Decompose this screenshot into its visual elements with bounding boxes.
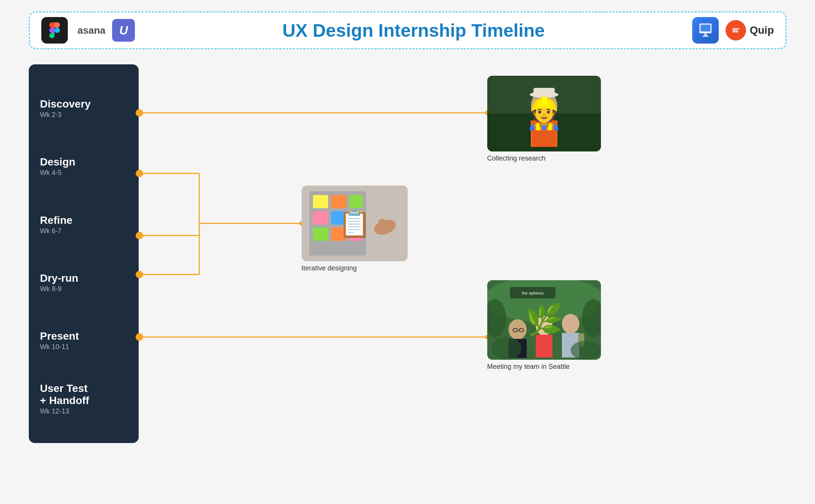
design-subtitle: Wk 4-5 xyxy=(40,169,127,177)
research-photo xyxy=(487,76,601,151)
svg-rect-26 xyxy=(533,88,555,96)
svg-rect-24 xyxy=(532,120,556,147)
svg-point-59 xyxy=(571,341,601,360)
svg-text:the spheres: the spheres xyxy=(522,291,544,295)
timeline-item-discovery: Discovery Wk 2-3 xyxy=(40,80,127,137)
keynote-icon xyxy=(692,17,719,44)
main-content: Discovery Wk 2-3 Design Wk 4-5 Refine Wk… xyxy=(29,64,787,504)
timeline-item-present: Present Wk 10-11 xyxy=(40,312,127,370)
design-title: Design xyxy=(40,156,127,168)
research-photo-container: Collecting research xyxy=(487,76,601,162)
svg-rect-34 xyxy=(313,211,328,225)
svg-rect-3 xyxy=(702,36,709,37)
diagram-area: Collecting research xyxy=(139,64,787,504)
handoff-title: User Test + Handoff xyxy=(40,382,127,407)
svg-rect-36 xyxy=(349,211,363,225)
dryrun-subtitle: Wk 8-9 xyxy=(40,285,127,293)
svg-rect-35 xyxy=(331,211,346,225)
seattle-photo-container: the spheres xyxy=(487,280,601,371)
svg-rect-38 xyxy=(331,228,346,241)
discovery-subtitle: Wk 2-3 xyxy=(40,111,127,119)
timeline-panel: Discovery Wk 2-3 Design Wk 4-5 Refine Wk… xyxy=(29,64,139,443)
svg-rect-31 xyxy=(313,195,328,208)
header-bar: asana U UX Design Internship Timeline Qu… xyxy=(29,11,787,49)
present-title: Present xyxy=(40,330,127,342)
linear-icon: U xyxy=(112,19,135,42)
research-caption: Collecting research xyxy=(487,154,546,162)
iterative-photo xyxy=(302,186,408,261)
quip-label: Quip xyxy=(750,24,774,36)
timeline-item-dryrun: Dry-run Wk 8-9 xyxy=(40,254,127,312)
refine-subtitle: Wk 6-7 xyxy=(40,227,127,235)
discovery-title: Discovery xyxy=(40,98,127,110)
handoff-subtitle: Wk 12-13 xyxy=(40,407,127,415)
timeline-item-refine: Refine Wk 6-7 xyxy=(40,196,127,254)
svg-rect-39 xyxy=(349,228,363,241)
svg-point-18 xyxy=(136,333,143,341)
dryrun-title: Dry-run xyxy=(40,272,127,284)
seattle-photo: the spheres xyxy=(487,280,601,360)
svg-point-58 xyxy=(491,337,521,360)
svg-point-51 xyxy=(536,316,552,335)
header-logos-right: Quip xyxy=(692,17,774,44)
svg-rect-33 xyxy=(349,195,363,208)
timeline-item-handoff: User Test + Handoff Wk 12-13 xyxy=(40,370,127,428)
svg-rect-37 xyxy=(313,228,328,241)
asana-label: asana xyxy=(78,25,106,36)
svg-point-28 xyxy=(546,103,549,107)
svg-rect-32 xyxy=(331,195,346,208)
svg-point-53 xyxy=(562,314,579,334)
svg-rect-52 xyxy=(536,335,552,357)
iterative-photo-container: Iterative designing xyxy=(302,186,408,272)
svg-point-6 xyxy=(136,109,143,117)
seattle-caption: Meeting my team in Seattle xyxy=(487,363,570,371)
present-subtitle: Wk 10-11 xyxy=(40,343,127,351)
refine-title: Refine xyxy=(40,214,127,226)
svg-point-27 xyxy=(539,103,542,107)
timeline-item-design: Design Wk 4-5 xyxy=(40,137,127,195)
page-title: UX Design Internship Timeline xyxy=(142,20,685,41)
quip-icon xyxy=(726,20,746,41)
header-logos-left: asana U xyxy=(41,17,135,44)
quip-logo: Quip xyxy=(726,20,774,41)
svg-rect-1 xyxy=(701,25,710,31)
iterative-caption: Iterative designing xyxy=(302,264,357,272)
connector-svg xyxy=(139,64,787,504)
figma-icon xyxy=(41,17,68,44)
asana-logo: asana xyxy=(75,25,106,36)
